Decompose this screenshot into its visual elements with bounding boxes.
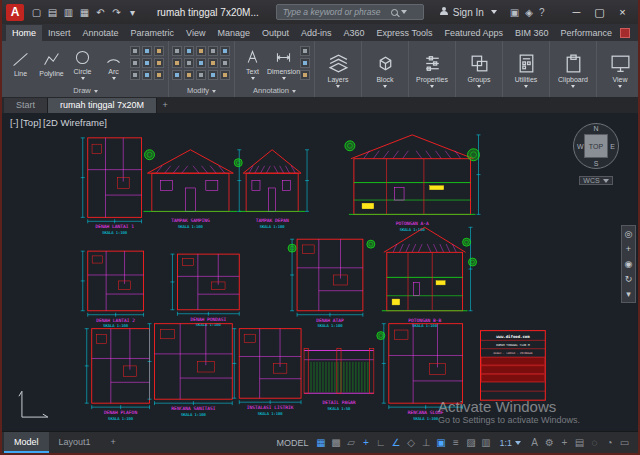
- small-tool[interactable]: [208, 58, 218, 68]
- drawing-tree[interactable]: [463, 238, 471, 246]
- layout-tab-layout1[interactable]: Layout1: [49, 432, 101, 453]
- wcs-dropdown[interactable]: WCS: [579, 176, 612, 185]
- statusbar-polar-tracking[interactable]: ∠: [388, 437, 403, 448]
- ribbon-tab-home[interactable]: Home: [6, 25, 42, 41]
- statusbar-quick-properties[interactable]: ▤: [572, 437, 587, 448]
- window-maximize-button[interactable]: ▢: [588, 3, 611, 21]
- small-tool[interactable]: [220, 58, 230, 68]
- drawing-cluster-section[interactable]: POTONGAN A-ASKALA 1:100: [349, 135, 481, 232]
- ribbon-tab-view[interactable]: View: [180, 25, 211, 41]
- ribbon-button-circle[interactable]: Circle: [68, 47, 97, 80]
- drawing-tree[interactable]: [469, 258, 477, 266]
- drawing-tree[interactable]: [288, 244, 296, 252]
- ribbon-button-clipboard[interactable]: Clipboard: [553, 51, 593, 88]
- exchange-apps-icon[interactable]: ▣: [510, 7, 519, 18]
- search-input[interactable]: [281, 6, 389, 18]
- drawing-cluster-plan[interactable]: DENAH PLAFONSKALA 1:100: [85, 329, 150, 421]
- qat-new-button[interactable]: ▢: [29, 4, 44, 20]
- ribbon-button-view[interactable]: View: [600, 51, 638, 88]
- application-menu-button[interactable]: A: [6, 4, 24, 21]
- drawing-cluster-fence[interactable]: DETAIL PAGARSKALA 1:50: [304, 349, 374, 411]
- search-icon[interactable]: [391, 9, 398, 16]
- qat-open-button[interactable]: ▤: [45, 4, 60, 20]
- drawing-cluster-plan[interactable]: RENCANA SANITASISKALA 1:100: [148, 324, 233, 417]
- qat-redo-button[interactable]: ↷: [109, 4, 124, 20]
- ribbon-button-line[interactable]: Line: [6, 49, 35, 78]
- ribbon-tab-performance[interactable]: Performance: [554, 25, 618, 41]
- drawing-canvas[interactable]: DENAH LANTAI 1SKALA 1:100TAMPAK SAMPINGS…: [2, 113, 638, 431]
- qat-undo-button[interactable]: ↶: [93, 4, 108, 20]
- ribbon-tab-insert[interactable]: Insert: [42, 25, 77, 41]
- orbit-icon[interactable]: ↻: [625, 274, 633, 284]
- ribbon-button-groups[interactable]: Groups: [459, 51, 499, 88]
- small-tool[interactable]: [154, 58, 164, 68]
- small-tool[interactable]: [184, 46, 194, 56]
- small-tool[interactable]: [172, 70, 182, 80]
- zoom-icon[interactable]: ◉: [625, 259, 633, 269]
- drawing-cluster-plan[interactable]: DENAH ATAPSKALA 1:100: [290, 239, 363, 328]
- small-tool[interactable]: [142, 58, 152, 68]
- statusbar-dynamic-input[interactable]: +: [358, 437, 373, 448]
- statusbar-object-snap[interactable]: ▣: [433, 437, 448, 448]
- ribbon-tab-featured-apps[interactable]: Featured Apps: [438, 25, 509, 41]
- viewport-control-view[interactable]: [Top]: [20, 117, 41, 128]
- drawing-tree[interactable]: [377, 332, 385, 340]
- statusbar-selection-cycling[interactable]: ▥: [478, 437, 493, 448]
- compass-north-label[interactable]: N: [593, 125, 598, 132]
- small-tool[interactable]: [130, 70, 140, 80]
- compass-west-label[interactable]: W: [577, 143, 584, 150]
- statusbar-infer-constraints[interactable]: ▱: [343, 437, 358, 448]
- small-tool[interactable]: [300, 46, 310, 56]
- drawing-tree[interactable]: [367, 240, 375, 248]
- statusbar-transparency[interactable]: ▨: [463, 437, 478, 448]
- small-tool[interactable]: [130, 46, 140, 56]
- performance-record-icon[interactable]: [620, 28, 630, 38]
- ribbon-button-polyline[interactable]: Polyline: [37, 49, 66, 78]
- statusbar-annotation-visibility[interactable]: A: [527, 437, 542, 448]
- ribbon-button-block[interactable]: Block: [365, 51, 405, 88]
- statusbar-annotation-monitor[interactable]: +: [557, 437, 572, 448]
- panel-label-modify[interactable]: Modify: [172, 85, 231, 97]
- small-tool[interactable]: [154, 46, 164, 56]
- small-tool[interactable]: [208, 46, 218, 56]
- drawing-cluster-elevation[interactable]: TAMPAK SAMPINGSKALA 1:100: [144, 150, 242, 229]
- statusbar-lineweight[interactable]: ≡: [448, 437, 463, 448]
- sign-in-button[interactable]: Sign In: [439, 6, 497, 18]
- ribbon-button-layers[interactable]: Layers: [318, 51, 358, 88]
- help-icon[interactable]: ?: [539, 7, 545, 18]
- ribbon-button-arc[interactable]: Arc: [99, 47, 128, 80]
- drawing-tree[interactable]: [468, 149, 480, 161]
- statusbar-isometric-drafting[interactable]: ◇: [403, 437, 418, 448]
- compass-south-label[interactable]: S: [594, 160, 599, 167]
- small-tool[interactable]: [220, 70, 230, 80]
- viewport-control-minimize[interactable]: [-]: [10, 117, 18, 128]
- small-tool[interactable]: [154, 70, 164, 80]
- pan-icon[interactable]: +: [626, 244, 631, 254]
- small-tool[interactable]: [142, 46, 152, 56]
- ribbon-tab-a360[interactable]: A360: [338, 25, 371, 41]
- drawing-tree[interactable]: [145, 150, 155, 160]
- ribbon-button-text[interactable]: Text: [238, 47, 267, 80]
- ribbon-button-dimension[interactable]: Dimension: [269, 47, 298, 80]
- compass-east-label[interactable]: E: [610, 143, 615, 150]
- small-tool[interactable]: [172, 46, 182, 56]
- ribbon-tab-express-tools[interactable]: Express Tools: [371, 25, 439, 41]
- file-tab-start[interactable]: Start: [4, 98, 48, 113]
- small-tool[interactable]: [196, 58, 206, 68]
- ribbon-tab-annotate[interactable]: Annotate: [77, 25, 125, 41]
- small-tool[interactable]: [208, 70, 218, 80]
- qat-plot-button[interactable]: ▦: [77, 4, 92, 20]
- statusbar-snap-mode[interactable]: ▩: [328, 437, 343, 448]
- annotation-scale-button[interactable]: 1:1: [499, 438, 521, 448]
- drawing-tree[interactable]: [234, 159, 242, 167]
- small-tool[interactable]: [196, 46, 206, 56]
- window-close-button[interactable]: ×: [611, 3, 634, 21]
- statusbar-ortho-mode[interactable]: ∟: [373, 437, 388, 448]
- drawing-cluster-section[interactable]: POTONGAN B-BSKALA 1:100: [382, 227, 473, 328]
- small-tool[interactable]: [220, 46, 230, 56]
- small-tool[interactable]: [172, 58, 182, 68]
- small-tool[interactable]: [184, 58, 194, 68]
- statusbar-clean-screen[interactable]: ▭: [617, 437, 632, 448]
- panel-label-draw[interactable]: Draw: [6, 85, 165, 97]
- panel-label-annotation[interactable]: Annotation: [238, 85, 311, 97]
